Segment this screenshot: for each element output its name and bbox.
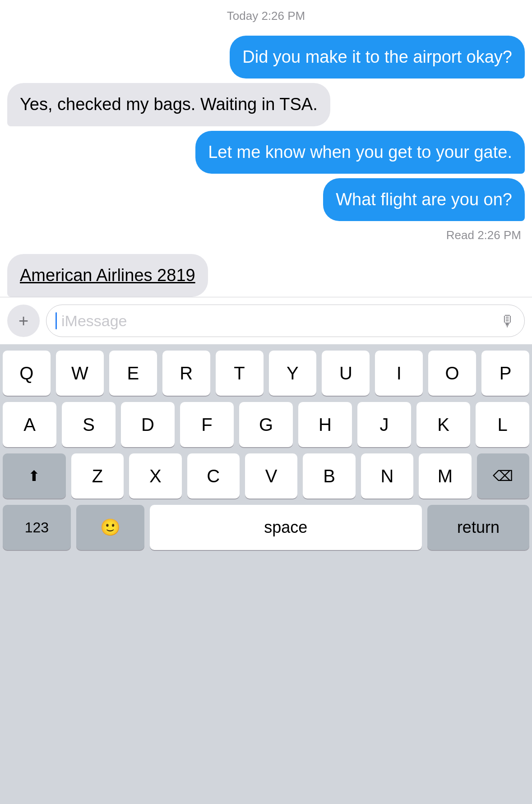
keyboard-row-3: ⬆ Z X C V B N M ⌫ bbox=[3, 453, 529, 499]
bubble-sent-3: What flight are you on? bbox=[323, 178, 525, 221]
message-row-4: What flight are you on? bbox=[7, 178, 525, 221]
key-r[interactable]: R bbox=[162, 351, 210, 396]
space-key[interactable]: space bbox=[150, 505, 422, 550]
key-k[interactable]: K bbox=[416, 402, 470, 447]
key-v[interactable]: V bbox=[245, 453, 297, 499]
message-row-5: American Airlines 2819 bbox=[7, 254, 525, 297]
chat-area: Today 2:26 PM Did you make it to the air… bbox=[0, 0, 532, 297]
messages-container: Did you make it to the airport okay? Yes… bbox=[7, 36, 525, 297]
key-q[interactable]: Q bbox=[3, 351, 51, 396]
read-status: Read 2:26 PM bbox=[7, 228, 525, 242]
key-x[interactable]: X bbox=[129, 453, 181, 499]
key-m[interactable]: M bbox=[419, 453, 471, 499]
key-n[interactable]: N bbox=[361, 453, 413, 499]
delete-key[interactable]: ⌫ bbox=[477, 453, 529, 499]
timestamp: Today 2:26 PM bbox=[7, 9, 525, 23]
key-p[interactable]: P bbox=[481, 351, 529, 396]
keyboard-row-4: 123 🙂 space return bbox=[3, 505, 529, 550]
bubble-sent-1: Did you make it to the airport okay? bbox=[230, 36, 525, 79]
mic-icon[interactable]: 🎙 bbox=[500, 312, 515, 330]
key-a[interactable]: A bbox=[3, 402, 56, 447]
key-z[interactable]: Z bbox=[71, 453, 124, 499]
emoji-key[interactable]: 🙂 bbox=[76, 505, 144, 550]
message-input[interactable]: iMessage 🎙 bbox=[46, 305, 525, 337]
key-l[interactable]: L bbox=[476, 402, 529, 447]
key-g[interactable]: G bbox=[239, 402, 293, 447]
input-area: + iMessage 🎙 bbox=[0, 297, 532, 344]
return-key[interactable]: return bbox=[427, 505, 529, 550]
bottom-bar bbox=[0, 786, 532, 804]
bubble-received-flight[interactable]: American Airlines 2819 bbox=[7, 254, 208, 297]
key-u[interactable]: U bbox=[322, 351, 370, 396]
keyboard-row-1: Q W E R T Y U I O P bbox=[3, 351, 529, 396]
message-row-3: Let me know when you get to your gate. bbox=[7, 131, 525, 174]
key-i[interactable]: I bbox=[375, 351, 423, 396]
message-row-1: Did you make it to the airport okay? bbox=[7, 36, 525, 79]
text-cursor bbox=[56, 312, 57, 329]
bubble-received-1: Yes, checked my bags. Waiting in TSA. bbox=[7, 83, 330, 126]
key-e[interactable]: E bbox=[109, 351, 157, 396]
key-j[interactable]: J bbox=[357, 402, 411, 447]
key-d[interactable]: D bbox=[121, 402, 175, 447]
plus-button[interactable]: + bbox=[7, 305, 40, 337]
key-b[interactable]: B bbox=[303, 453, 355, 499]
key-c[interactable]: C bbox=[187, 453, 240, 499]
shift-key[interactable]: ⬆ bbox=[3, 453, 66, 499]
keyboard: Q W E R T Y U I O P A S D F G H J K L ⬆ … bbox=[0, 344, 532, 786]
key-f[interactable]: F bbox=[180, 402, 234, 447]
bubble-sent-2: Let me know when you get to your gate. bbox=[195, 131, 525, 174]
key-o[interactable]: O bbox=[428, 351, 476, 396]
key-y[interactable]: Y bbox=[269, 351, 317, 396]
message-placeholder: iMessage bbox=[61, 312, 495, 330]
key-s[interactable]: S bbox=[62, 402, 116, 447]
key-w[interactable]: W bbox=[56, 351, 104, 396]
keyboard-row-2: A S D F G H J K L bbox=[3, 402, 529, 447]
key-h[interactable]: H bbox=[298, 402, 352, 447]
message-row-2: Yes, checked my bags. Waiting in TSA. bbox=[7, 83, 525, 126]
key-t[interactable]: T bbox=[216, 351, 264, 396]
numbers-key[interactable]: 123 bbox=[3, 505, 71, 550]
